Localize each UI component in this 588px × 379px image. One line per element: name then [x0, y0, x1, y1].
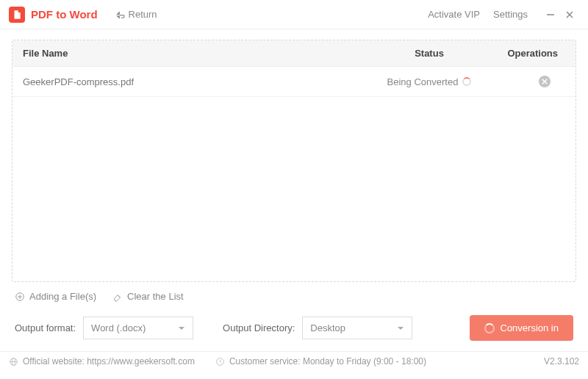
chevron-down-icon [397, 325, 404, 332]
clear-list-button[interactable]: Clear the List [112, 291, 184, 302]
output-directory-label: Output Directory: [223, 322, 295, 333]
convert-button-label: Conversion in [501, 322, 559, 333]
customer-service-info: Customer service: Monday to Friday (9:00… [215, 356, 426, 367]
file-table: File Name Status Operations GeekerPDF-co… [12, 40, 576, 282]
status-text: Being Converted [387, 76, 459, 87]
status-cell: Being Converted [367, 76, 492, 87]
header-operations: Operations [492, 48, 565, 59]
output-format-value: Word (.docx) [91, 322, 146, 333]
x-icon [542, 79, 548, 84]
output-settings-row: Output format: Word (.docx) Output Direc… [12, 311, 576, 341]
list-actions: Adding a File(s) Clear the List [12, 282, 576, 311]
add-file-button[interactable]: Adding a File(s) [15, 291, 96, 302]
output-format-select[interactable]: Word (.docx) [83, 317, 193, 339]
website-text: Official website: https://www.geekersoft… [23, 356, 195, 367]
table-header-row: File Name Status Operations [12, 40, 576, 67]
clock-icon [215, 357, 225, 367]
app-title: PDF to Word [31, 8, 98, 21]
loading-spinner-icon [462, 77, 471, 86]
eraser-icon [112, 292, 123, 302]
return-button[interactable]: Return [115, 9, 157, 20]
operations-cell [492, 76, 565, 87]
output-directory-value: Desktop [310, 322, 345, 333]
loading-spinner-icon [484, 323, 495, 333]
version-label: V2.3.102 [544, 356, 579, 367]
minimize-icon [545, 10, 556, 20]
delete-row-button[interactable] [539, 76, 551, 87]
file-name-cell: GeekerPDF-compress.pdf [23, 76, 367, 87]
app-logo [9, 7, 25, 23]
header-status: Status [367, 48, 492, 59]
add-file-label: Adding a File(s) [29, 291, 96, 302]
service-text: Customer service: Monday to Friday (9:00… [229, 356, 426, 367]
return-label: Return [129, 9, 157, 20]
plus-circle-icon [15, 292, 25, 302]
status-bar: Official website: https://www.geekersoft… [0, 351, 588, 371]
chevron-down-icon [178, 325, 185, 332]
clear-list-label: Clear the List [127, 291, 184, 302]
settings-link[interactable]: Settings [493, 9, 528, 20]
table-row: GeekerPDF-compress.pdf Being Converted [12, 67, 576, 97]
title-bar: PDF to Word Return Activate VIP Settings [0, 0, 588, 29]
header-file-name: File Name [23, 48, 367, 59]
return-arrow-icon [115, 10, 126, 20]
convert-button[interactable]: Conversion in [470, 315, 574, 341]
official-website-link[interactable]: Official website: https://www.geekersoft… [9, 356, 195, 367]
svg-line-8 [118, 295, 121, 297]
minimize-button[interactable] [541, 10, 560, 20]
close-icon [564, 10, 575, 20]
output-directory-select[interactable]: Desktop [302, 317, 412, 339]
output-format-label: Output format: [15, 322, 76, 333]
globe-icon [9, 357, 18, 367]
close-window-button[interactable] [560, 10, 579, 20]
activate-vip-link[interactable]: Activate VIP [428, 9, 480, 20]
